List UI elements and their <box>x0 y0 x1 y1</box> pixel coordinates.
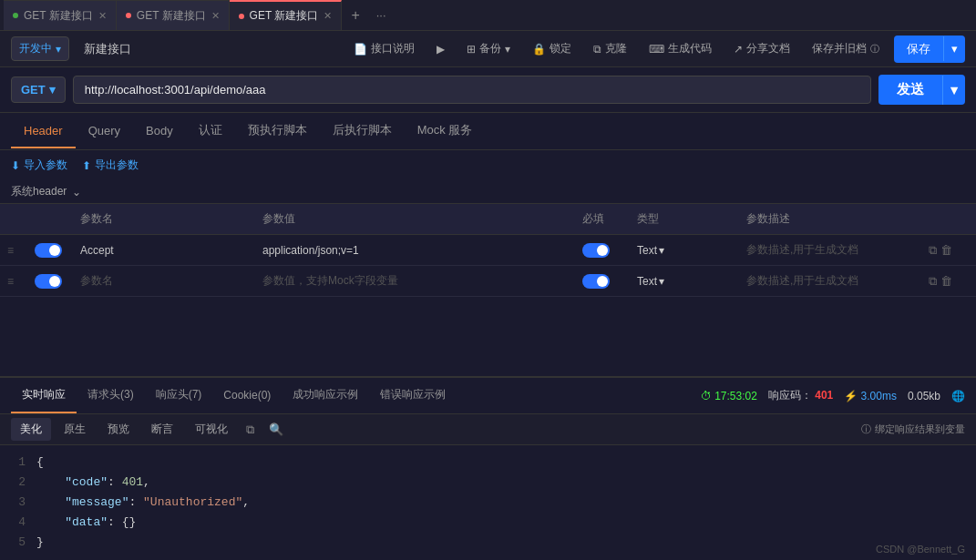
doc-button[interactable]: 📄 接口说明 <box>346 37 422 60</box>
copy-btn-2[interactable]: ⧉ <box>929 274 937 289</box>
action-cell-1: ⧉ 🗑 <box>921 239 976 261</box>
type-select-1[interactable]: Text ▾ <box>637 244 732 257</box>
type-chevron-icon-2: ▾ <box>659 275 664 288</box>
col-type: 类型 <box>630 209 739 229</box>
table-row: ≡ Accept application/json;v=1 Text ▾ 参数描… <box>0 235 976 266</box>
type-cell-2: Text ▾ <box>630 271 739 291</box>
drag-handle-1[interactable]: ≡ <box>0 240 27 260</box>
tab-bar: GET 新建接口 ✕ GET 新建接口 ✕ GET 新建接口 ✕ + ··· <box>0 0 976 31</box>
save-dropdown-button[interactable]: ▾ <box>943 36 965 61</box>
save-btn-group: 保存 ▾ <box>894 36 965 63</box>
tab-close-2[interactable]: ✕ <box>211 10 220 22</box>
table-row: ≡ 参数名 参数值，支持Mock字段变量 Text ▾ 参数描述,用于生成文档 … <box>0 266 976 297</box>
clone-icon: ⧉ <box>593 43 601 56</box>
import-params-button[interactable]: ⬇ 导入参数 <box>11 158 67 173</box>
tab-label-3: GET 新建接口 <box>250 8 319 24</box>
system-header-toggle[interactable]: 系统header ⌄ <box>0 180 976 203</box>
export-params-button[interactable]: ⬆ 导出参数 <box>82 158 139 173</box>
tab-close-1[interactable]: ✕ <box>98 10 107 22</box>
clone-button[interactable]: ⧉ 克隆 <box>586 37 634 60</box>
tab-label-1: GET 新建接口 <box>24 8 93 24</box>
run-button[interactable]: ▶ <box>429 39 452 59</box>
tab-query[interactable]: Query <box>76 115 133 148</box>
name-cell-1[interactable]: Accept <box>73 240 255 260</box>
share-button[interactable]: ↗ 分享文档 <box>726 37 797 60</box>
tab-body[interactable]: Body <box>133 115 186 148</box>
share-icon: ↗ <box>734 43 743 56</box>
send-btn-group: 发送 ▾ <box>878 75 965 105</box>
desc-cell-1[interactable]: 参数描述,用于生成文档 <box>739 239 921 261</box>
action-btns-1: ⧉ 🗑 <box>929 243 969 258</box>
api-name: 新建接口 <box>77 41 139 57</box>
desc-cell-2[interactable]: 参数描述,用于生成文档 <box>739 270 921 292</box>
params-table: 参数名 参数值 必填 类型 参数描述 ≡ Accept application/… <box>0 203 976 297</box>
drag-handle-2[interactable]: ≡ <box>0 271 27 291</box>
url-input[interactable] <box>73 76 871 104</box>
action-btns-2: ⧉ 🗑 <box>929 274 969 289</box>
tab-auth[interactable]: 认证 <box>186 113 235 149</box>
save-button[interactable]: 保存 <box>894 36 943 63</box>
tab-add-button[interactable]: + <box>342 7 368 24</box>
system-header-chevron-icon: ⌄ <box>72 186 81 199</box>
copy-btn-1[interactable]: ⧉ <box>929 243 937 258</box>
system-header-label: 系统header <box>11 184 67 199</box>
tab-header[interactable]: Header <box>11 115 76 148</box>
table-header: 参数名 参数值 必填 类型 参数描述 <box>0 203 976 235</box>
delete-btn-2[interactable]: 🗑 <box>940 274 952 288</box>
type-cell-1: Text ▾ <box>630 240 739 260</box>
col-required: 必填 <box>575 209 630 229</box>
required-cell-1 <box>575 239 630 261</box>
delete-btn-1[interactable]: 🗑 <box>940 243 952 257</box>
tab-dot-1 <box>13 13 18 18</box>
value-cell-2[interactable]: 参数值，支持Mock字段变量 <box>255 270 575 292</box>
request-tabs: Header Query Body 认证 预执行脚本 后执行脚本 Mock 服务 <box>0 113 976 150</box>
lock-icon: 🔒 <box>532 43 546 56</box>
method-select[interactable]: GET ▾ <box>11 76 66 103</box>
tab-dot-2 <box>126 13 131 18</box>
tab-1[interactable]: GET 新建接口 ✕ <box>4 0 117 30</box>
col-value: 参数值 <box>255 209 575 229</box>
tab-post-script[interactable]: 后执行脚本 <box>320 113 405 149</box>
toggle-cell-2 <box>27 270 73 292</box>
action-cell-2: ⧉ 🗑 <box>921 270 976 292</box>
required-cell-2 <box>575 270 630 292</box>
tab-more-button[interactable]: ··· <box>369 8 394 22</box>
url-bar: GET ▾ 发送 ▾ <box>0 67 976 113</box>
col-actions <box>921 209 976 229</box>
backup-icon: ⊞ <box>467 43 476 56</box>
info-icon: ⓘ <box>870 43 879 56</box>
send-button[interactable]: 发送 <box>878 75 942 105</box>
params-toolbar: ⬇ 导入参数 ⬆ 导出参数 <box>0 150 976 180</box>
col-name: 参数名 <box>73 209 255 229</box>
toggle-cell-1 <box>27 239 73 261</box>
method-chevron-icon: ▾ <box>49 83 56 97</box>
required-toggle-2[interactable] <box>582 274 610 289</box>
value-cell-1[interactable]: application/json;v=1 <box>255 240 575 260</box>
env-chevron-icon: ▾ <box>56 43 61 56</box>
send-dropdown-button[interactable]: ▾ <box>942 76 965 105</box>
lock-button[interactable]: 🔒 锁定 <box>525 37 579 60</box>
tab-3[interactable]: GET 新建接口 ✕ <box>230 0 343 30</box>
save-old-button[interactable]: 保存并旧档 ⓘ <box>805 37 887 60</box>
backup-button[interactable]: ⊞ 备份 ▾ <box>459 37 518 60</box>
toggle-1[interactable] <box>35 243 62 258</box>
env-selector[interactable]: 开发中 ▾ <box>11 36 69 61</box>
download-icon: ⬇ <box>11 159 20 172</box>
code-icon: ⌨ <box>649 43 664 56</box>
type-select-2[interactable]: Text ▾ <box>637 275 732 288</box>
tab-2[interactable]: GET 新建接口 ✕ <box>117 0 230 30</box>
tab-mock[interactable]: Mock 服务 <box>405 113 486 149</box>
upload-icon: ⬆ <box>82 159 91 172</box>
method-label: GET <box>21 83 46 97</box>
required-toggle-1[interactable] <box>582 243 610 258</box>
tab-dot-3 <box>239 14 244 19</box>
col-toggle <box>27 209 73 229</box>
gen-code-button[interactable]: ⌨ 生成代码 <box>642 37 719 60</box>
env-label: 开发中 <box>19 41 52 56</box>
name-cell-2[interactable]: 参数名 <box>73 270 255 292</box>
tab-close-3[interactable]: ✕ <box>324 10 332 22</box>
toggle-2[interactable] <box>35 274 62 289</box>
tab-pre-script[interactable]: 预执行脚本 <box>235 113 320 149</box>
col-drag <box>0 209 27 229</box>
tab-label-2: GET 新建接口 <box>137 8 206 24</box>
